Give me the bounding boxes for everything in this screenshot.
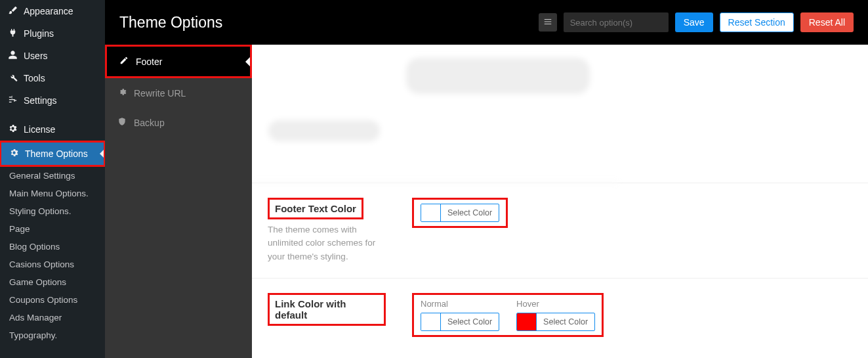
- brush-icon: [7, 5, 18, 17]
- sidebar-label: Settings: [24, 95, 57, 106]
- color-swatch: [421, 313, 441, 330]
- shield-icon: [117, 117, 127, 128]
- sliders-icon: [7, 95, 18, 106]
- sidebar-sub-coupons-options[interactable]: Coupons Options: [0, 291, 105, 309]
- sidebar-item-plugins[interactable]: Plugins: [0, 22, 105, 45]
- color-group-label: Normal: [421, 299, 499, 309]
- theme-options-topbar: Theme Options Save Reset Section Reset A…: [105, 0, 868, 45]
- color-picker-label: Select Color: [441, 204, 499, 221]
- user-icon: [7, 50, 18, 62]
- link-color-normal-group: Normal Select Color: [421, 299, 499, 331]
- link-color-hover-picker[interactable]: Select Color: [516, 313, 595, 331]
- sidebar-sub-ads-manager[interactable]: Ads Manager: [0, 309, 105, 326]
- sidebar-sub-main-menu-options[interactable]: Main Menu Options.: [0, 185, 105, 202]
- gear-icon: [8, 148, 20, 160]
- list-icon: [543, 17, 552, 28]
- sidebar-sub-typography[interactable]: Typography.: [0, 326, 105, 344]
- sidebar-sub-casions-options[interactable]: Casions Options: [0, 256, 105, 273]
- link-color-normal-picker[interactable]: Select Color: [421, 313, 499, 331]
- color-swatch: [517, 313, 537, 330]
- tab-label: Rewrite URL: [134, 88, 186, 99]
- plug-icon: [7, 28, 18, 39]
- sidebar-item-tools[interactable]: Tools: [0, 67, 105, 89]
- sidebar-sub-styling-options[interactable]: Styling Options.: [0, 202, 105, 220]
- sidebar-sub-game-options[interactable]: Game Options: [0, 273, 105, 291]
- color-group-label: Hover: [516, 299, 595, 309]
- sidebar-label: Theme Options: [25, 148, 88, 159]
- option-row-footer-text-color: Footer Text Color The theme comes with u…: [252, 183, 868, 278]
- sidebar-label: Users: [24, 51, 48, 61]
- sidebar-item-users[interactable]: Users: [0, 45, 105, 67]
- wp-admin-sidebar: Appearance Plugins Users Tools Settings …: [0, 0, 105, 358]
- tab-rewrite-url[interactable]: Rewrite URL: [105, 78, 252, 108]
- color-picker-label: Select Color: [537, 313, 594, 330]
- sidebar-item-theme-options[interactable]: Theme Options: [1, 143, 104, 165]
- options-panel: Footer Text Color The theme comes with u…: [252, 45, 868, 358]
- gear-icon: [7, 123, 18, 135]
- tab-label: Backup: [134, 118, 165, 128]
- sidebar-label: Appearance: [24, 6, 73, 16]
- option-row-link-color: Link Color with default Normal Select Co…: [252, 278, 868, 351]
- footer-text-color-picker[interactable]: Select Color: [421, 204, 499, 222]
- sidebar-item-license[interactable]: License: [0, 118, 105, 141]
- sidebar-label: License: [24, 124, 55, 135]
- sidebar-sub-page[interactable]: Page: [0, 220, 105, 238]
- color-swatch: [421, 204, 441, 221]
- expand-toggle-button[interactable]: [539, 13, 557, 32]
- cogs-icon: [117, 87, 127, 99]
- edit-icon: [119, 56, 129, 67]
- sidebar-item-settings[interactable]: Settings: [0, 89, 105, 112]
- wrench-icon: [7, 72, 18, 84]
- theme-options-tabs: Footer Rewrite URL Backup: [105, 45, 252, 358]
- page-title: Theme Options: [119, 14, 532, 32]
- sidebar-label: Plugins: [24, 28, 54, 39]
- reset-all-button[interactable]: Reset All: [800, 12, 854, 32]
- sidebar-sub-blog-options[interactable]: Blog Options: [0, 238, 105, 256]
- tab-label: Footer: [136, 56, 162, 67]
- link-color-hover-group: Hover Select Color: [516, 299, 595, 331]
- option-title: Link Color with default: [272, 296, 381, 323]
- color-picker-label: Select Color: [441, 313, 499, 330]
- tab-footer[interactable]: Footer: [107, 47, 250, 76]
- sidebar-label: Tools: [24, 73, 45, 83]
- option-title: Footer Text Color: [272, 201, 359, 216]
- option-desc: The theme comes with unlimited color sch…: [268, 223, 386, 263]
- sidebar-item-appearance[interactable]: Appearance: [0, 0, 105, 22]
- save-button[interactable]: Save: [675, 12, 713, 32]
- sidebar-sub-general-settings[interactable]: General Settings: [0, 167, 105, 185]
- search-input[interactable]: [564, 12, 669, 32]
- blurred-content: [252, 45, 619, 183]
- tab-backup[interactable]: Backup: [105, 108, 252, 137]
- reset-section-button[interactable]: Reset Section: [720, 12, 794, 32]
